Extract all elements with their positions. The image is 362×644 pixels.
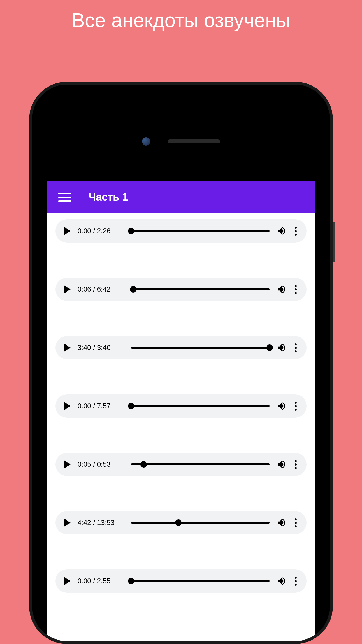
progress-slider[interactable] xyxy=(131,405,270,407)
play-icon[interactable] xyxy=(64,227,71,235)
phone-side-button xyxy=(333,222,335,262)
more-icon[interactable] xyxy=(294,577,298,586)
phone-notch xyxy=(32,85,330,181)
time-display: 3:40 / 3:40 xyxy=(78,344,124,352)
more-icon[interactable] xyxy=(294,518,298,527)
time-display: 0:00 / 2:26 xyxy=(78,227,124,235)
progress-thumb[interactable] xyxy=(128,578,134,584)
audio-player: 0:00 / 7:57 xyxy=(55,394,307,418)
audio-player: 0:00 / 2:55 xyxy=(55,569,307,593)
marketing-title: Все анекдоты озвучены xyxy=(0,0,362,32)
audio-player: 0:00 / 2:26 xyxy=(55,219,307,243)
phone-inner: Часть 1 0:00 / 2:26 xyxy=(32,85,330,641)
time-display: 0:06 / 6:42 xyxy=(78,285,124,293)
time-display: 0:00 / 2:55 xyxy=(78,577,124,585)
audio-player: 3:40 / 3:40 xyxy=(55,336,307,359)
progress-slider[interactable] xyxy=(131,463,270,465)
volume-icon[interactable] xyxy=(277,401,287,411)
audio-player: 0:06 / 6:42 xyxy=(55,278,307,301)
phone-speaker xyxy=(168,139,220,144)
more-icon[interactable] xyxy=(294,460,298,469)
hamburger-menu-icon[interactable] xyxy=(58,193,71,202)
progress-thumb[interactable] xyxy=(140,461,147,468)
more-icon[interactable] xyxy=(294,402,298,411)
more-icon[interactable] xyxy=(294,343,298,352)
audio-list: 0:00 / 2:26 0:06 / 6:42 xyxy=(47,214,315,634)
phone-frame: Часть 1 0:00 / 2:26 xyxy=(29,82,333,644)
progress-thumb[interactable] xyxy=(130,286,136,293)
progress-thumb[interactable] xyxy=(128,228,134,234)
volume-icon[interactable] xyxy=(277,284,287,294)
volume-icon[interactable] xyxy=(277,343,287,353)
page-title: Часть 1 xyxy=(89,191,128,203)
volume-icon[interactable] xyxy=(277,518,287,528)
phone-camera xyxy=(142,137,150,146)
play-icon[interactable] xyxy=(64,519,71,527)
time-display: 4:42 / 13:53 xyxy=(78,519,124,527)
progress-slider[interactable] xyxy=(131,288,270,290)
play-icon[interactable] xyxy=(64,344,71,352)
time-display: 0:00 / 7:57 xyxy=(78,402,124,410)
volume-icon[interactable] xyxy=(277,459,287,469)
play-icon[interactable] xyxy=(64,402,71,410)
play-icon[interactable] xyxy=(64,285,71,293)
play-icon[interactable] xyxy=(64,460,71,468)
play-icon[interactable] xyxy=(64,577,71,585)
progress-thumb[interactable] xyxy=(266,344,273,351)
progress-slider[interactable] xyxy=(131,230,270,232)
more-icon[interactable] xyxy=(294,285,298,294)
progress-slider[interactable] xyxy=(131,522,270,524)
progress-thumb[interactable] xyxy=(128,403,134,409)
progress-slider[interactable] xyxy=(131,580,270,582)
app-screen: Часть 1 0:00 / 2:26 xyxy=(47,181,315,641)
time-display: 0:05 / 0:53 xyxy=(78,460,124,468)
app-bar: Часть 1 xyxy=(47,181,315,214)
volume-icon[interactable] xyxy=(277,226,287,236)
volume-icon[interactable] xyxy=(277,576,287,586)
audio-player: 0:05 / 0:53 xyxy=(55,453,307,476)
progress-slider[interactable] xyxy=(131,347,270,349)
progress-thumb[interactable] xyxy=(175,519,182,526)
audio-player: 4:42 / 13:53 xyxy=(55,511,307,534)
more-icon[interactable] xyxy=(294,227,298,236)
